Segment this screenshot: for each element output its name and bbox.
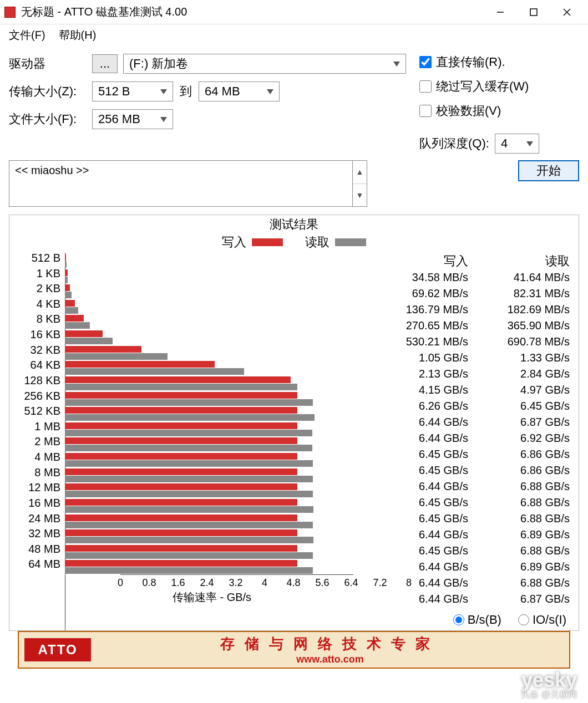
xfer-to-select[interactable]: 64 MB — [199, 81, 280, 101]
col-read: 读取 — [472, 253, 573, 269]
description-scrollbar[interactable]: ▲ ▼ — [353, 160, 367, 207]
close-button[interactable] — [550, 0, 584, 24]
description-input[interactable]: << miaoshu >> — [9, 160, 353, 207]
read-bar — [65, 338, 113, 344]
file-size-select[interactable]: 256 MB — [92, 109, 173, 129]
direct-io-label: 直接传输(R). — [436, 54, 505, 70]
write-cell: 6.44 GB/s — [370, 480, 472, 493]
read-cell: 6.86 GB/s — [472, 464, 573, 477]
bar-group: 1 MB — [65, 422, 353, 436]
table-row: 4.15 GB/s4.97 GB/s — [370, 382, 573, 398]
scroll-down-icon[interactable]: ▼ — [353, 184, 367, 207]
bar-group: 32 MB — [65, 529, 353, 543]
read-cell: 6.45 GB/s — [472, 400, 573, 412]
read-bar — [65, 506, 313, 513]
x-axis-label: 传输速率 - GB/s — [65, 589, 359, 607]
read-bar — [65, 261, 67, 268]
menu-help[interactable]: 帮助(H) — [59, 28, 97, 43]
write-cell: 6.26 GB/s — [370, 400, 472, 412]
chevron-down-icon — [393, 62, 400, 67]
write-cell: 6.45 GB/s — [370, 496, 472, 509]
write-bar — [65, 499, 297, 506]
y-tick-label: 512 B — [12, 252, 60, 264]
write-bar — [65, 529, 297, 536]
bar-group: 2 MB — [65, 437, 353, 451]
unit-io-radio[interactable]: IO/s(I) — [518, 613, 566, 627]
write-cell: 1.05 GB/s — [370, 352, 472, 364]
minimize-button[interactable] — [484, 0, 517, 24]
queue-depth-select[interactable]: 4 — [495, 134, 539, 154]
write-bar — [65, 437, 297, 444]
table-row: 6.44 GB/s6.87 GB/s — [370, 591, 573, 607]
y-tick-label: 12 MB — [12, 481, 60, 494]
read-cell: 6.92 GB/s — [472, 432, 573, 445]
menu-file[interactable]: 文件(F) — [9, 28, 45, 43]
write-cell: 6.44 GB/s — [370, 528, 472, 541]
table-row: 6.44 GB/s6.89 GB/s — [370, 527, 573, 543]
write-bar — [65, 392, 297, 399]
read-cell: 6.87 GB/s — [472, 416, 573, 429]
read-cell: 4.97 GB/s — [472, 384, 573, 396]
read-cell: 6.89 GB/s — [472, 561, 573, 573]
write-bar — [65, 330, 103, 337]
write-bar — [65, 376, 291, 383]
x-tick-label: 1.6 — [171, 577, 185, 589]
verify-checkbox[interactable] — [419, 105, 432, 117]
chevron-down-icon — [526, 141, 533, 146]
chevron-down-icon — [160, 89, 167, 94]
start-button[interactable]: 开始 — [518, 160, 579, 181]
data-table: 写入 读取 34.58 MB/s41.64 MB/s69.62 MB/s82.3… — [364, 253, 579, 630]
read-cell: 6.88 GB/s — [472, 544, 573, 557]
table-row: 6.45 GB/s6.86 GB/s — [370, 446, 573, 462]
table-row: 6.45 GB/s6.88 GB/s — [370, 511, 573, 527]
write-bar — [65, 284, 70, 291]
read-bar — [65, 292, 72, 298]
write-cell: 6.44 GB/s — [370, 561, 472, 573]
scroll-up-icon[interactable]: ▲ — [353, 161, 367, 184]
xfer-from-select[interactable]: 512 B — [92, 81, 173, 101]
chart-area: 512 B1 KB2 KB4 KB8 KB16 KB32 KB64 KB128 … — [9, 253, 364, 630]
read-bar — [65, 322, 90, 329]
read-cell: 6.88 GB/s — [472, 480, 573, 493]
y-tick-label: 2 MB — [12, 435, 60, 448]
bar-group: 1 KB — [65, 269, 353, 283]
table-row: 6.45 GB/s6.86 GB/s — [370, 462, 573, 478]
bar-group: 16 KB — [65, 330, 353, 344]
table-row: 69.62 MB/s82.31 MB/s — [370, 286, 573, 302]
write-bar — [65, 361, 215, 368]
bar-group: 4 KB — [65, 300, 353, 314]
read-bar — [65, 353, 168, 360]
write-bar — [65, 483, 297, 490]
y-tick-label: 1 MB — [12, 420, 60, 433]
table-row: 270.65 MB/s365.90 MB/s — [370, 318, 573, 334]
drive-value: (F:) 新加卷 — [129, 55, 393, 72]
bypass-cache-checkbox[interactable] — [419, 80, 432, 93]
drive-select[interactable]: (F:) 新加卷 — [123, 54, 406, 74]
read-cell: 6.88 GB/s — [472, 496, 573, 509]
maximize-button[interactable] — [517, 0, 550, 24]
table-row: 6.44 GB/s6.87 GB/s — [370, 414, 573, 430]
y-tick-label: 32 MB — [12, 527, 60, 540]
to-label: 到 — [180, 83, 192, 100]
bar-group: 2 KB — [65, 284, 353, 298]
results-title: 测试结果 — [9, 215, 579, 234]
bar-group: 24 MB — [65, 514, 353, 528]
bar-group: 512 KB — [65, 407, 353, 421]
y-tick-label: 16 KB — [12, 328, 60, 341]
read-cell: 6.87 GB/s — [472, 593, 573, 605]
direct-io-checkbox[interactable] — [419, 56, 432, 68]
read-cell: 365.90 MB/s — [472, 319, 573, 332]
write-bar — [65, 269, 68, 276]
read-bar — [65, 522, 313, 528]
y-tick-label: 32 KB — [12, 344, 60, 356]
browse-button[interactable]: ... — [92, 54, 118, 73]
table-row: 136.79 MB/s182.69 MB/s — [370, 302, 573, 318]
chevron-down-icon — [267, 89, 273, 94]
unit-bytes-radio[interactable]: B/s(B) — [453, 613, 501, 627]
legend-write-label: 写入 — [222, 234, 246, 251]
xfer-size-label: 传输大小(Z): — [9, 83, 92, 100]
bar-group: 64 MB — [65, 560, 353, 574]
x-tick-label: 6.4 — [344, 577, 358, 589]
y-tick-label: 24 MB — [12, 512, 60, 525]
bar-group: 512 B — [65, 254, 353, 268]
